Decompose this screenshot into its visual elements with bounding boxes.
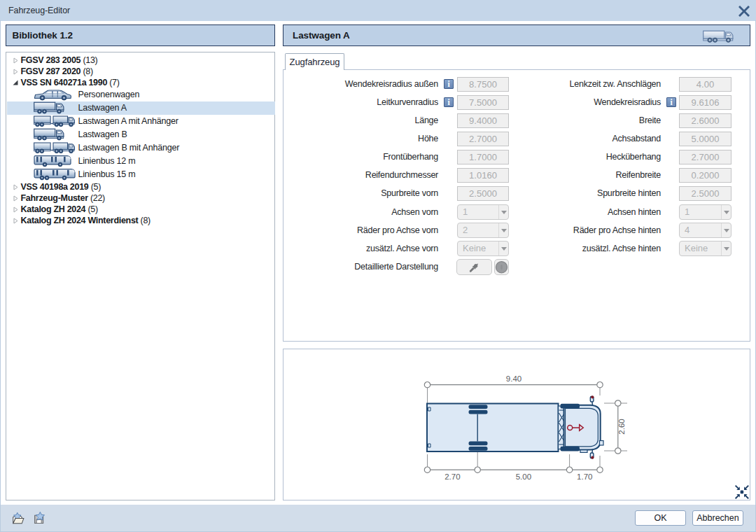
svg-text:5.00: 5.00 — [516, 472, 531, 481]
svg-text:9.40: 9.40 — [506, 374, 522, 383]
svg-text:1.70: 1.70 — [577, 472, 592, 481]
svg-text:2.70: 2.70 — [444, 472, 460, 481]
svg-text:2.60: 2.60 — [617, 419, 626, 434]
